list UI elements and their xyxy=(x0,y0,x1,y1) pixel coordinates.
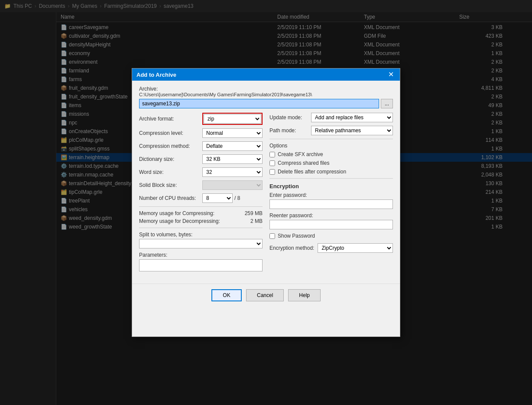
update-mode-select[interactable]: Add and replace filesUpdate and add file… xyxy=(311,113,393,122)
archive-filename-row: ... xyxy=(139,99,393,108)
create-sfx-checkbox[interactable] xyxy=(269,152,275,157)
compression-level-row: Compression level: StoreFastestFastNorma… xyxy=(139,128,263,138)
archive-path-display: Archive: C:\Users\[username]\Documents\M… xyxy=(139,86,393,97)
browse-button[interactable]: ... xyxy=(381,99,393,108)
enc-method-row: Encryption method: ZipCryptoAES-256 xyxy=(269,243,393,253)
reenter-password-input[interactable] xyxy=(269,220,393,229)
dict-size-label: Dictionary size: xyxy=(139,156,200,162)
compression-method-row: Compression method: DeflateDeflate64BZip… xyxy=(139,141,263,151)
path-mode-select[interactable]: No pathnamesRelative pathnamesAbsolute p… xyxy=(311,126,393,135)
threads-select[interactable]: 12345678 xyxy=(202,193,233,203)
options-label: Options xyxy=(269,143,393,149)
delete-after-row: Delete files after compression xyxy=(269,169,393,175)
create-sfx-label[interactable]: Create SFX archive xyxy=(278,151,323,157)
enter-password-input[interactable] xyxy=(269,199,393,209)
dialog-title: Add to Archive xyxy=(136,72,176,78)
dialog-body: Archive: C:\Users\[username]\Documents\M… xyxy=(132,81,400,280)
parameters-row: Parameters: xyxy=(139,252,263,271)
split-volumes-row: Split to volumes, bytes: 1457664 - 1.44 … xyxy=(139,232,263,248)
dialog-titlebar: Add to Archive ✕ xyxy=(132,69,400,81)
compression-level-select[interactable]: StoreFastestFastNormalMaximumUltra xyxy=(202,128,263,138)
enc-method-label: Encryption method: xyxy=(269,245,314,251)
format-label: Archive format: xyxy=(139,116,200,122)
memory-decompress-value: 2 MB xyxy=(250,218,263,224)
options-section: Options Create SFX archive Compress shar… xyxy=(269,143,393,175)
encryption-title: Encryption xyxy=(269,183,393,189)
dict-size-select[interactable]: 4 KB8 KB16 KB32 KB64 KB xyxy=(202,154,263,164)
two-col-layout: Archive format: zip7ztargzipbzip2xz Comp… xyxy=(139,113,393,275)
show-password-checkbox[interactable] xyxy=(269,233,275,239)
solid-block-select[interactable] xyxy=(202,180,263,190)
memory-compress-value: 259 MB xyxy=(245,210,263,216)
word-size-select[interactable]: 8163264128 xyxy=(202,167,263,177)
split-label: Split to volumes, bytes: xyxy=(139,232,263,238)
enter-password-label: Enter password: xyxy=(269,192,393,198)
word-size-label: Word size: xyxy=(139,169,200,175)
path-mode-row: Path mode: No pathnamesRelative pathname… xyxy=(269,126,393,135)
left-column: Archive format: zip7ztargzipbzip2xz Comp… xyxy=(139,113,263,275)
ok-button[interactable]: OK xyxy=(211,289,242,301)
archive-filename-input[interactable] xyxy=(139,99,379,108)
threads-controls: 12345678 / 8 xyxy=(202,193,240,203)
compress-shared-checkbox[interactable] xyxy=(269,160,275,166)
memory-decompress-label: Memory usage for Decompressing: xyxy=(139,218,220,224)
show-password-label[interactable]: Show Password xyxy=(278,233,315,239)
path-mode-label: Path mode: xyxy=(269,127,308,134)
archive-label: Archive: xyxy=(139,86,158,92)
compress-shared-label[interactable]: Compress shared files xyxy=(278,160,329,166)
cancel-button[interactable]: Cancel xyxy=(246,289,284,301)
memory-compress-row: Memory usage for Compressing: 259 MB xyxy=(139,210,263,216)
dialog-footer: OK Cancel Help xyxy=(132,284,400,307)
params-input[interactable] xyxy=(139,259,263,271)
archive-path-text: C:\Users\[username]\Documents\My Games\F… xyxy=(139,92,393,97)
compression-method-select[interactable]: DeflateDeflate64BZip2LZMA xyxy=(202,141,263,151)
enc-method-select[interactable]: ZipCryptoAES-256 xyxy=(318,243,393,253)
split-select[interactable]: 1457664 - 1.44 MB 3.5"650 MB - CD700 MB … xyxy=(139,239,263,248)
show-password-row: Show Password xyxy=(269,233,393,239)
delete-after-label[interactable]: Delete files after compression xyxy=(278,169,346,175)
threads-total: / 8 xyxy=(234,195,240,201)
solid-block-label: Solid Block size: xyxy=(139,182,200,188)
memory-decompress-row: Memory usage for Decompressing: 2 MB xyxy=(139,218,263,224)
format-select[interactable]: zip7ztargzipbzip2xz xyxy=(204,114,261,124)
delete-after-checkbox[interactable] xyxy=(269,169,275,175)
update-mode-row: Update mode: Add and replace filesUpdate… xyxy=(269,113,393,122)
dict-size-row: Dictionary size: 4 KB8 KB16 KB32 KB64 KB xyxy=(139,154,263,164)
encryption-section: Encryption Enter password: Reenter passw… xyxy=(269,183,393,253)
update-mode-label: Update mode: xyxy=(269,114,308,121)
word-size-row: Word size: 8163264128 xyxy=(139,167,263,177)
cpu-threads-label: Number of CPU threads: xyxy=(139,195,200,201)
close-button[interactable]: ✕ xyxy=(386,71,396,78)
cpu-threads-row: Number of CPU threads: 12345678 / 8 xyxy=(139,193,263,203)
create-sfx-row: Create SFX archive xyxy=(269,151,393,157)
solid-block-row: Solid Block size: xyxy=(139,180,263,190)
params-label: Parameters: xyxy=(139,252,263,258)
help-button[interactable]: Help xyxy=(288,289,321,301)
right-column: Update mode: Add and replace filesUpdate… xyxy=(269,113,393,275)
compress-shared-row: Compress shared files xyxy=(269,160,393,166)
compression-level-label: Compression level: xyxy=(139,130,200,136)
dialog-overlay: Add to Archive ✕ Archive: C:\Users\[user… xyxy=(0,0,532,405)
compression-method-label: Compression method: xyxy=(139,143,200,149)
archive-format-row: Archive format: zip7ztargzipbzip2xz xyxy=(139,113,263,125)
reenter-password-label: Reenter password: xyxy=(269,212,393,219)
add-to-archive-dialog: Add to Archive ✕ Archive: C:\Users\[user… xyxy=(132,68,400,337)
memory-compress-label: Memory usage for Compressing: xyxy=(139,210,214,216)
format-select-wrapper: zip7ztargzipbzip2xz xyxy=(202,113,263,125)
